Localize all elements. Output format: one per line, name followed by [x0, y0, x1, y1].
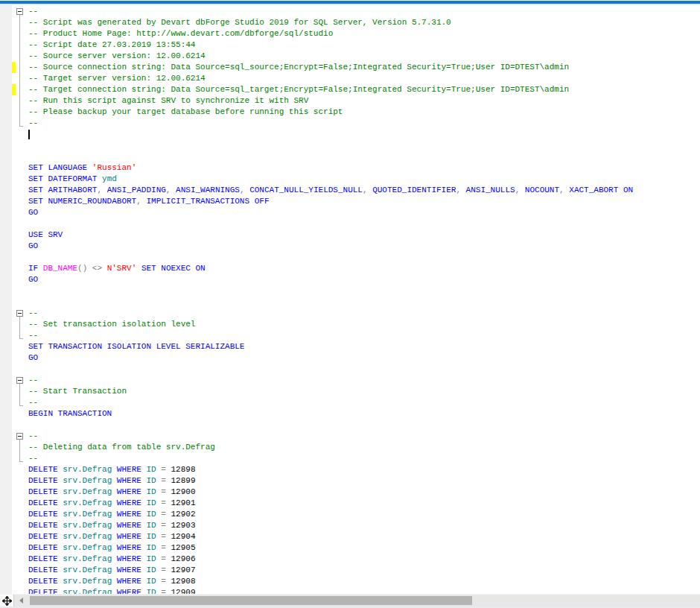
code-text: --	[28, 397, 38, 408]
fold-guide-line	[19, 84, 20, 95]
code-text: GO	[28, 241, 38, 252]
code-line: -- Set transaction isolation level	[0, 319, 700, 330]
token-obj: srv.Defrag	[63, 465, 112, 474]
token-kw: CONCAT_NULL_YIELDS_NULL	[249, 186, 363, 194]
horizontal-scrollbar[interactable]	[0, 594, 700, 607]
token-op: =	[161, 465, 166, 474]
token-obj: ID	[146, 521, 156, 530]
code-text: -- Product Home Page: http://www.devart.…	[28, 28, 333, 39]
code-line: GO	[0, 207, 700, 218]
code-line	[0, 140, 700, 151]
token-op: =	[161, 577, 166, 586]
token-kw: DELETE	[28, 498, 58, 507]
token-kw: DELETE	[28, 465, 58, 474]
editor-window: ---- Script was generated by Devart dbFo…	[0, 0, 700, 608]
token-cm: --	[28, 7, 38, 16]
scrollbar-thumb[interactable]	[30, 596, 472, 605]
code-line: --	[0, 431, 700, 442]
token-pl	[112, 498, 117, 507]
token-pl	[112, 476, 117, 485]
token-obj: ymd	[102, 174, 117, 183]
token-kw: SET NUMERIC_ROUNDABORT	[28, 197, 136, 206]
token-op: =	[161, 487, 166, 496]
token-cm: -- Target server version: 12.00.6214	[28, 74, 206, 83]
fold-guide-line	[19, 28, 20, 39]
token-pl	[166, 465, 171, 474]
token-pl	[166, 566, 171, 574]
code-text: DELETE srv.Defrag WHERE ID = 12902	[28, 509, 196, 520]
scroll-left-arrow-icon	[19, 598, 23, 604]
token-num: 12901	[171, 498, 196, 507]
token-op: =	[161, 554, 166, 563]
token-kw: WHERE	[117, 521, 141, 530]
token-kw: WHERE	[117, 543, 141, 552]
code-text: GO	[28, 352, 38, 364]
token-op: =	[161, 543, 166, 552]
fold-toggle-icon[interactable]	[16, 433, 23, 440]
code-line: --	[0, 453, 700, 464]
token-pl	[520, 186, 525, 194]
token-op: =	[161, 510, 166, 519]
token-pl	[461, 186, 466, 194]
code-line: IF DB_NAME() <> N'SRV' SET NOEXEC ON	[0, 263, 700, 274]
token-cm: --	[28, 308, 38, 317]
code-text: DELETE srv.Defrag WHERE ID = 12901	[28, 498, 196, 509]
code-line: DELETE srv.Defrag WHERE ID = 12907	[0, 565, 700, 576]
token-pl	[112, 465, 117, 474]
code-line: -- Script was generated by Devart dbForg…	[0, 17, 700, 28]
code-text: -- Start Transaction	[28, 386, 127, 397]
token-cm: --	[28, 331, 38, 340]
scroll-left-button[interactable]	[14, 595, 28, 607]
fold-guide-line	[19, 397, 20, 405]
token-cm: -- Source server version: 12.00.6214	[28, 51, 206, 60]
token-obj: ID	[146, 465, 156, 474]
token-kw: GO	[28, 275, 38, 284]
token-kw: IMPLICIT_TRANSACTIONS OFF	[146, 197, 269, 206]
code-line: SET ARITHABORT, ANSI_PADDING, ANSI_WARNI…	[0, 185, 700, 196]
token-obj: ID	[146, 532, 156, 541]
fold-guide-line	[19, 107, 20, 118]
token-str: N'SRV'	[107, 264, 137, 273]
token-op: ,	[240, 186, 245, 194]
token-pl	[166, 543, 171, 552]
token-kw: DELETE	[28, 554, 58, 563]
token-cm: --	[28, 376, 38, 384]
token-pl	[112, 543, 117, 552]
code-line: DELETE srv.Defrag WHERE ID = 12901	[0, 498, 700, 509]
code-line: USE SRV	[0, 229, 700, 241]
token-num: 12903	[171, 521, 196, 530]
token-pl	[112, 510, 117, 519]
code-text: IF DB_NAME() <> N'SRV' SET NOEXEC ON	[28, 263, 206, 274]
scrollbar-track[interactable]	[28, 595, 700, 607]
code-editor[interactable]: ---- Script was generated by Devart dbFo…	[0, 5, 700, 594]
token-obj: srv.Defrag	[63, 532, 112, 541]
fold-toggle-icon[interactable]	[16, 377, 23, 384]
code-text: SET ARITHABORT, ANSI_PADDING, ANSI_WARNI…	[28, 185, 633, 196]
token-kw: WHERE	[117, 465, 141, 474]
token-kw: SET DATEFORMAT	[28, 174, 97, 183]
fold-toggle-icon[interactable]	[16, 310, 23, 317]
pan-tool-button[interactable]	[0, 595, 14, 607]
token-num: 12899	[171, 476, 196, 485]
code-line: -- Script date 27.03.2019 13:55:44	[0, 39, 700, 51]
code-line: --	[0, 397, 700, 408]
fold-guide-end	[19, 461, 23, 462]
code-line: DELETE srv.Defrag WHERE ID = 12900	[0, 487, 700, 498]
token-obj: srv.Defrag	[63, 476, 112, 485]
pan-move-icon	[2, 596, 12, 606]
token-kw: SET ARITHABORT	[28, 186, 97, 194]
token-kw: NOCOUNT	[525, 186, 559, 194]
token-obj: ID	[146, 543, 156, 552]
token-kw: WHERE	[117, 532, 141, 541]
code-line	[0, 285, 700, 297]
code-line	[0, 252, 700, 263]
token-kw: DELETE	[28, 521, 58, 530]
token-kw: USE SRV	[28, 230, 63, 239]
token-obj: ID	[146, 566, 156, 574]
token-num: 12906	[171, 554, 196, 563]
code-text: -- Target server version: 12.00.6214	[28, 73, 206, 84]
fold-toggle-icon[interactable]	[16, 8, 23, 15]
fold-guide-line	[19, 73, 20, 84]
code-line	[0, 297, 700, 308]
token-cm: -- Target connection string: Data Source…	[28, 85, 569, 94]
